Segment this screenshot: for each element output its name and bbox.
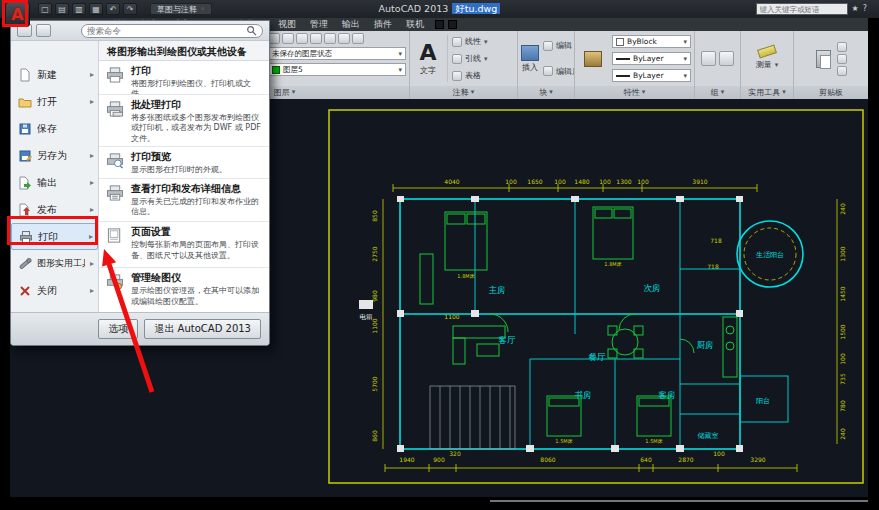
table-tool[interactable]: 表格 [452, 70, 514, 81]
menu-item-export[interactable]: 输出 ▸ [11, 169, 98, 196]
application-menu-button[interactable]: A [5, 2, 30, 27]
lineweight-dropdown[interactable]: ByLayer ▾ [612, 52, 691, 65]
new-file-icon[interactable]: ▢ [38, 3, 52, 15]
room-label-kitchen: 厨房 [697, 340, 714, 350]
dimension-label: 100 [554, 178, 566, 185]
dimension-label: 735 [839, 373, 846, 385]
layer-tool-icon[interactable] [352, 33, 364, 44]
layer-tool-icon[interactable] [338, 33, 350, 44]
chevron-down-icon: ▾ [683, 72, 687, 80]
layout-frame [329, 110, 863, 483]
favorites-star-icon[interactable]: ★ [852, 3, 859, 15]
undo-icon[interactable]: ↶ [106, 3, 120, 15]
submenu-arrow-icon: ▸ [90, 286, 94, 295]
layer-state-dropdown[interactable]: 未保存的图层状态 ▾ [268, 47, 406, 60]
panel-label-annotation[interactable]: 注释 ▾ [410, 86, 517, 99]
copy-icon[interactable] [837, 54, 847, 64]
tab-plugins[interactable]: 插件 [367, 18, 399, 31]
linear-dimension-tool[interactable]: 线性 ▾ [452, 36, 514, 47]
menu-item-new[interactable]: 新建 ▸ [11, 61, 98, 88]
menu-item-drawing-utilities[interactable]: 图形实用工具 ▸ [11, 250, 98, 277]
tab-view[interactable]: 视图 [271, 18, 303, 31]
room-labels: 生活阳台 主房 次房 电箱 客厅 餐厅 厨房 书房 客房 阳台 储藏室 1.8M… [360, 251, 785, 444]
tab-extra-icon[interactable] [448, 20, 457, 29]
chevron-down-icon: ▾ [398, 66, 402, 74]
menu-item-manage-plotters[interactable]: 管理绘图仪 显示绘图仪管理器，在其中可以添加或编辑绘图仪配置。 [99, 268, 269, 312]
match-icon[interactable] [837, 66, 847, 76]
options-button[interactable]: 选项 [98, 319, 138, 339]
layer-tool-icon[interactable] [296, 33, 308, 44]
linetype-dropdown[interactable]: ByLayer ▾ [612, 69, 691, 82]
room-label-living-balcony: 生活阳台 [756, 251, 784, 259]
tab-online[interactable]: 联机 [399, 18, 431, 31]
dimension-label: 640 [640, 456, 652, 463]
plot-icon[interactable]: ▦ [89, 3, 103, 15]
menu-item-plot[interactable]: 打印 将图形打印到绘图仪、打印机或文件。 [99, 61, 269, 95]
menu-item-open[interactable]: 打开 ▸ [11, 88, 98, 115]
bed-label: 1.5M床 [555, 438, 572, 444]
dimension-label: 1480 [574, 178, 589, 185]
exit-button[interactable]: 退出 AutoCAD 2013 [144, 319, 261, 339]
leader-tool[interactable]: 引线 ▾ [452, 53, 514, 64]
open-folder-icon [18, 95, 32, 109]
menu-item-plot-preview[interactable]: 打印预览 显示图形在打印时的外观。 [99, 147, 269, 179]
layer-tool-icon[interactable] [324, 33, 336, 44]
object-color-dropdown[interactable]: ByBlock ▾ [612, 35, 691, 48]
match-properties-button[interactable] [578, 33, 608, 84]
dimension-label: 100 [713, 450, 725, 457]
save-icon[interactable]: ▥ [72, 3, 86, 15]
room-label-second: 次房 [644, 283, 661, 293]
close-icon [18, 284, 32, 298]
tab-output[interactable]: 输出 [335, 18, 367, 31]
flyout-caret-icon: ▾ [471, 86, 475, 99]
menu-search-input[interactable] [87, 26, 243, 36]
menu-item-batch-plot[interactable]: 批处理打印 将多张图纸或多个图形发布到绘图仪或打印机，或者发布为 DWF 或 P… [99, 95, 269, 147]
submenu-arrow-icon: ▸ [90, 178, 94, 187]
menu-item-close[interactable]: 关闭 ▸ [11, 277, 98, 304]
panel-label-utilities[interactable]: 实用工具 ▾ [741, 86, 793, 99]
paste-icon[interactable] [816, 50, 831, 68]
menu-item-save-as[interactable]: 另存为 ▸ [11, 142, 98, 169]
edit-attributes-tool[interactable]: 编辑属性 [543, 66, 574, 77]
tab-manage[interactable]: 管理 [303, 18, 335, 31]
help-icon[interactable]: ? [863, 3, 867, 15]
cut-icon[interactable] [837, 42, 847, 52]
manage-plotters-icon [105, 273, 125, 290]
insert-block-button[interactable]: 插入 [521, 33, 539, 84]
open-documents-icon[interactable] [36, 24, 51, 37]
menu-search-box[interactable] [81, 24, 263, 38]
text-tool-button[interactable]: A 文字 [413, 33, 443, 84]
search-icon [246, 25, 257, 36]
page-setup-icon [105, 227, 125, 244]
panel-label-block[interactable]: 块 ▾ [518, 86, 574, 99]
panel-label-group[interactable]: 组 ▾ [695, 86, 740, 99]
menu-item-print[interactable]: 打印 ▸ [11, 223, 98, 250]
flyout-caret-icon: ▾ [549, 86, 553, 99]
menu-item-page-setup[interactable]: 页面设置 控制每张新布局的页面布局、打印设备、图纸尺寸以及其他设置。 [99, 222, 269, 268]
save-icon [18, 122, 32, 136]
bed-label: 1.5M床 [645, 438, 662, 444]
edit-block-tool[interactable]: 编辑 [543, 40, 574, 51]
dimension-label: 8060 [540, 456, 555, 463]
measure-tool[interactable]: 测量 ▾ [756, 59, 779, 70]
ribbon-panel-properties: ByBlock ▾ ByLayer ▾ ByLayer ▾ 特性 ▾ [575, 31, 695, 99]
redo-icon[interactable]: ↷ [123, 3, 137, 15]
panel-label-properties[interactable]: 特性 ▾ [575, 86, 694, 99]
info-center-search-input[interactable] [756, 3, 848, 15]
layer-tool-icon[interactable] [282, 33, 294, 44]
bottom-divider [490, 500, 868, 502]
menu-item-plot-details[interactable]: 查看打印和发布详细信息 显示有关已完成的打印和发布作业的信息。 [99, 179, 269, 223]
menu-item-publish[interactable]: 发布 ▸ [11, 196, 98, 223]
submenu-arrow-icon: ▸ [90, 151, 94, 160]
floorplan-drawing[interactable]: 4040 100 1650 100 1480 100 1300 100 3910… [325, 104, 868, 490]
layer-tool-icon[interactable] [310, 33, 322, 44]
panel-label-clipboard[interactable]: 剪贴板 [794, 86, 868, 99]
layer-dropdown[interactable]: 图层5 ▾ [268, 63, 406, 76]
group-icon[interactable] [701, 51, 716, 66]
ungroup-icon[interactable] [719, 51, 734, 66]
autocad-logo-icon: A [11, 5, 23, 24]
workspace-dropdown[interactable]: 草图与注释 ▾ [150, 3, 212, 15]
tab-extra-icon[interactable] [435, 20, 444, 29]
open-file-icon[interactable]: ▤ [55, 3, 69, 15]
menu-item-save[interactable]: 保存 [11, 115, 98, 142]
